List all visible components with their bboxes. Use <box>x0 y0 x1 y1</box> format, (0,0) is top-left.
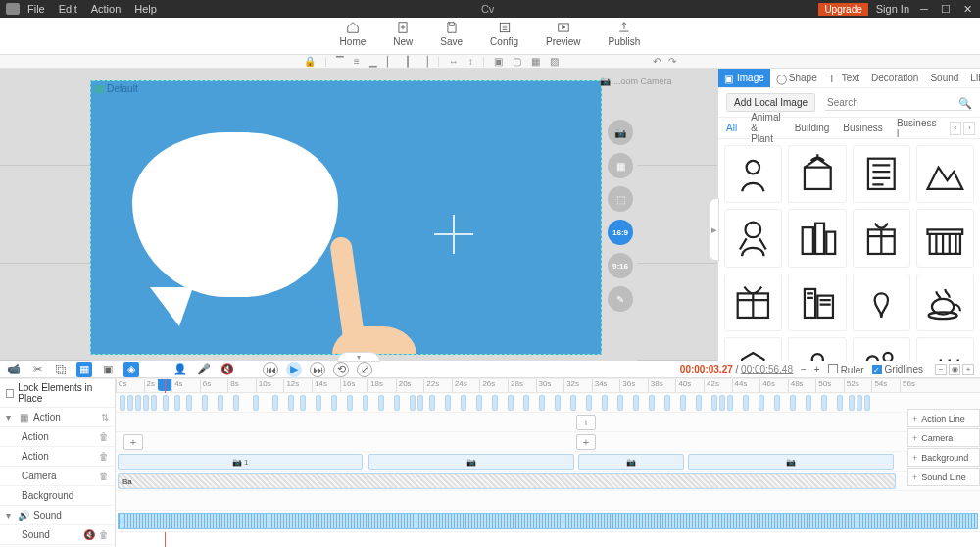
action-clip[interactable] <box>218 395 223 411</box>
alignbot-icon[interactable]: ▁ <box>369 56 377 67</box>
background-clip[interactable]: Ba <box>118 473 896 489</box>
skip-start-icon[interactable]: ⏮ <box>263 362 278 377</box>
camera-default-label[interactable]: Default <box>95 83 138 94</box>
action-clip[interactable] <box>508 395 514 411</box>
action-clip[interactable] <box>602 395 608 411</box>
action-clip[interactable] <box>555 395 561 411</box>
action-clip[interactable] <box>523 395 529 411</box>
audio-waveform[interactable] <box>118 513 978 529</box>
zoom-out-icon[interactable]: − <box>935 364 947 375</box>
time-plus[interactable]: + <box>814 364 820 374</box>
action-clip[interactable] <box>163 395 169 411</box>
cut-icon[interactable]: ✂ <box>29 362 45 377</box>
asset-thumb[interactable] <box>724 274 782 331</box>
mic-icon[interactable]: 🎤 <box>196 362 212 377</box>
tab-image[interactable]: ▣Image <box>718 69 770 87</box>
redo-icon[interactable]: ↷ <box>668 56 676 67</box>
lock-icon[interactable]: 🔒 <box>304 56 316 67</box>
action-clip[interactable] <box>135 395 141 411</box>
distribute-v-icon[interactable]: ↕ <box>468 56 473 67</box>
action-clip[interactable] <box>774 395 780 411</box>
track-header-sound-sub[interactable]: Sound🔇🗑 <box>0 525 115 545</box>
action-clip[interactable] <box>664 395 670 411</box>
action-clip[interactable] <box>394 395 400 411</box>
track-action[interactable] <box>116 393 980 413</box>
action-clip[interactable] <box>151 395 157 411</box>
action-clip[interactable] <box>864 395 870 411</box>
gridlines-checkbox[interactable]: ✓Gridlines <box>872 364 923 375</box>
action-clip[interactable] <box>202 395 208 411</box>
hand-image[interactable] <box>318 230 426 355</box>
track-action-sub[interactable]: + + <box>116 432 980 452</box>
asset-thumb[interactable] <box>788 209 846 267</box>
track-sound-header[interactable] <box>116 491 980 511</box>
asset-thumb[interactable] <box>916 274 974 331</box>
add-sound-line[interactable]: Sound Line <box>907 468 980 486</box>
asset-thumb[interactable] <box>853 145 910 203</box>
track-sound[interactable] <box>116 511 980 532</box>
track-header-background[interactable]: Background <box>0 486 115 506</box>
home-button[interactable]: Home <box>340 20 367 54</box>
cat-all[interactable]: All <box>726 123 737 133</box>
asset-thumb[interactable] <box>788 145 846 203</box>
camera-clip[interactable]: 📷 1 <box>118 454 363 470</box>
aspect-9-16-button[interactable]: 9:16 <box>608 253 633 278</box>
action-clip[interactable] <box>476 395 482 411</box>
cat-business[interactable]: Business <box>843 123 883 133</box>
action-clip[interactable] <box>174 395 180 411</box>
action-clip[interactable] <box>417 395 423 411</box>
track-camera[interactable]: 📷 1 📷 📷 📷 <box>116 452 980 472</box>
timeline-ruler[interactable]: 0s2s4s6s8s10s12s14s16s18s20s22s24s26s28s… <box>116 379 980 393</box>
action-clip[interactable] <box>649 395 655 411</box>
tab-sound[interactable]: Sound <box>924 69 964 87</box>
action-clip[interactable] <box>539 395 545 411</box>
action-clip[interactable] <box>837 395 843 411</box>
new-button[interactable]: New <box>393 20 413 54</box>
edit-tool-button[interactable]: ✎ <box>608 286 633 312</box>
window-close-icon[interactable]: ✕ <box>960 2 974 16</box>
zoom-camera-label[interactable]: 📷...oom Camera <box>600 76 672 86</box>
delete-icon[interactable]: 🗑 <box>99 471 109 481</box>
delete-icon[interactable]: 🗑 <box>99 451 109 462</box>
ruler-checkbox[interactable]: Ruler <box>828 364 864 375</box>
time-minus[interactable]: − <box>801 364 807 374</box>
mute-icon[interactable]: 🔇 <box>83 529 95 540</box>
config-button[interactable]: Config <box>490 20 518 54</box>
asset-thumb[interactable] <box>916 337 974 361</box>
zoom-in-icon[interactable]: + <box>962 364 974 375</box>
sort-icon[interactable]: ⇅ <box>101 412 109 423</box>
action-clip[interactable] <box>633 395 639 411</box>
tab-decoration[interactable]: Decoration <box>865 69 924 87</box>
action-clip[interactable] <box>378 395 384 411</box>
asset-thumb[interactable] <box>916 209 974 267</box>
menu-action[interactable]: Action <box>91 3 122 15</box>
safezone-tool-button[interactable]: ⬚ <box>608 186 633 212</box>
action-clip[interactable] <box>680 395 686 411</box>
add-clip-button[interactable]: + <box>576 434 596 450</box>
mute-icon[interactable]: 🔇 <box>220 362 235 377</box>
track-background[interactable]: Ba <box>116 472 980 491</box>
asset-thumb[interactable] <box>724 209 782 267</box>
group-icon[interactable]: ▦ <box>531 56 540 67</box>
timeline-collapse-handle[interactable]: ▾ <box>337 352 380 362</box>
track-header-sound[interactable]: ▾🔊Sound <box>0 506 115 525</box>
ungroup-icon[interactable]: ▨ <box>550 56 559 67</box>
track-header-camera[interactable]: Camera🗑 <box>0 467 115 486</box>
action-clip[interactable] <box>849 395 855 411</box>
action-clip[interactable] <box>711 395 717 411</box>
menu-file[interactable]: File <box>27 3 45 15</box>
publish-button[interactable]: Publish <box>609 20 641 54</box>
window-minimize-icon[interactable]: ─ <box>917 2 931 16</box>
add-background-line[interactable]: Background <box>907 448 980 467</box>
action-clip[interactable] <box>429 395 435 411</box>
action-clip[interactable] <box>857 395 862 411</box>
camera-clip[interactable]: 📷 <box>578 454 684 470</box>
action-clip[interactable] <box>617 395 623 411</box>
sendback-icon[interactable]: ▢ <box>513 56 521 67</box>
action-clip[interactable] <box>288 395 294 411</box>
track-header-action-sub[interactable]: Action🗑 <box>0 447 115 467</box>
canvas-area[interactable]: Default 📷...oom Camera 📷 ▦ ⬚ 16:9 9:16 ✎… <box>0 69 717 361</box>
aspect-16-9-button[interactable]: 16:9 <box>608 220 633 245</box>
aligntop-icon[interactable]: ▔ <box>336 56 344 67</box>
asset-thumb[interactable] <box>788 337 846 361</box>
